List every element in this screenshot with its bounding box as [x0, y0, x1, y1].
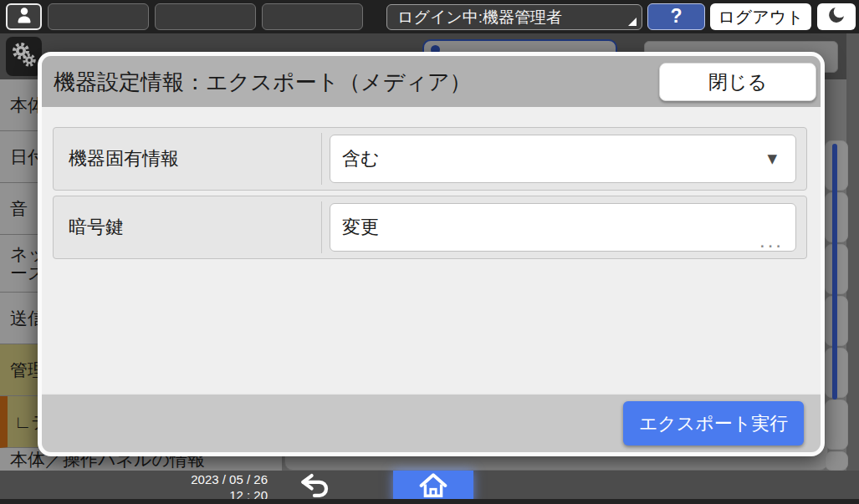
moon-icon: [826, 5, 846, 28]
login-status-label: ログイン中:機器管理者: [397, 8, 562, 26]
encryption-key-row: 暗号鍵 変更 ...: [53, 196, 807, 259]
row-label: 暗号鍵: [69, 196, 124, 258]
login-corner-triangle-icon: [628, 18, 637, 26]
top-bar-slot-2[interactable]: [155, 3, 256, 30]
help-label: ?: [670, 5, 682, 27]
top-bar-slot-3[interactable]: [262, 3, 363, 30]
dialog-header: 機器設定情報：エクスポート（メディア） 閉じる: [42, 56, 821, 107]
button-value: 変更: [342, 204, 379, 251]
device-touch-screen: ログイン中:機器管理者 ? ログアウト: [0, 0, 859, 504]
device-unique-info-dropdown[interactable]: 含む ▼: [330, 135, 796, 183]
close-button[interactable]: 閉じる: [659, 63, 816, 101]
row-label: 機器固有情報: [69, 128, 179, 190]
ellipsis-icon: ...: [759, 229, 784, 252]
top-system-bar: ログイン中:機器管理者 ? ログアウト: [0, 0, 859, 33]
user-account-button[interactable]: [6, 3, 42, 30]
export-execute-button[interactable]: エクスポート実行: [623, 401, 804, 445]
export-media-dialog: 機器設定情報：エクスポート（メディア） 閉じる 機器固有情報 含む ▼ 暗号鍵 …: [38, 52, 825, 456]
user-icon: [14, 5, 34, 28]
screen-bottom-edge: [0, 499, 859, 504]
dialog-title: 機器設定情報：エクスポート（メディア）: [54, 68, 471, 97]
dialog-footer: エクスポート実行: [42, 393, 821, 452]
row-divider: [321, 133, 322, 185]
logout-label: ログアウト: [718, 8, 803, 26]
row-divider: [321, 201, 322, 253]
help-button[interactable]: ?: [647, 3, 705, 30]
dropdown-value: 含む: [342, 135, 380, 182]
energy-saver-button[interactable]: [817, 3, 856, 30]
chevron-down-icon: ▼: [767, 151, 777, 166]
encryption-key-change-button[interactable]: 変更 ...: [330, 203, 796, 252]
device-unique-info-row: 機器固有情報 含む ▼: [53, 127, 807, 191]
login-status-button[interactable]: ログイン中:機器管理者: [386, 4, 642, 30]
home-icon: [418, 472, 448, 502]
top-bar-slot-1[interactable]: [48, 3, 149, 30]
date-text: 2023 / 05 / 26: [159, 471, 268, 487]
logout-button[interactable]: ログアウト: [710, 3, 811, 30]
